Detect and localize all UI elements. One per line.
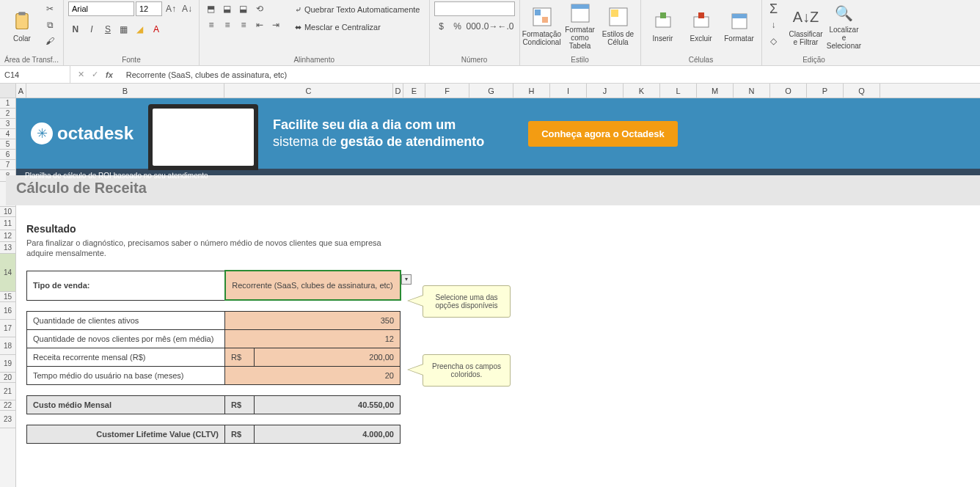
input-cell[interactable]: 12 bbox=[225, 329, 401, 348]
comma-button[interactable]: 000 bbox=[467, 19, 481, 34]
input-cell[interactable]: 20 bbox=[225, 366, 401, 384]
logo-icon: ✳ bbox=[31, 122, 53, 144]
delete-button[interactable]: Excluir bbox=[684, 1, 719, 50]
format-button[interactable]: Formatar bbox=[722, 1, 757, 50]
tipo-venda-value: Recorrente (SaaS, clubes de assinatura, … bbox=[232, 281, 393, 290]
align-right-button[interactable]: ≡ bbox=[236, 18, 251, 32]
logo: ✳ octadesk bbox=[31, 122, 134, 144]
percent-button[interactable]: % bbox=[450, 19, 465, 34]
formula-input[interactable]: Recorrente (SaaS, clubes de assinatura, … bbox=[120, 70, 980, 79]
increase-indent-button[interactable]: ⇥ bbox=[268, 18, 283, 32]
conditional-format-button[interactable]: Formatação Condicional bbox=[524, 1, 560, 50]
banner-text: Facilite seu dia a dia com um sistema de… bbox=[273, 117, 484, 151]
find-select-button[interactable]: 🔍 Localizar e Selecionar bbox=[827, 1, 862, 50]
column-header[interactable]: H bbox=[513, 84, 550, 98]
column-header[interactable]: E bbox=[403, 84, 425, 98]
row-header[interactable]: 3 bbox=[0, 119, 15, 129]
merge-center-button[interactable]: ⬌ Mesclar e Centralizar bbox=[290, 19, 425, 35]
autosum-button[interactable]: Σ bbox=[767, 1, 781, 16]
wrap-text-button[interactable]: ⤶ Quebrar Texto Automaticamente bbox=[290, 1, 425, 18]
decrease-font-button[interactable]: A↓ bbox=[180, 1, 194, 16]
column-header[interactable]: N bbox=[734, 84, 770, 98]
decrease-indent-button[interactable]: ⇤ bbox=[252, 18, 267, 32]
paste-button[interactable]: Colar bbox=[4, 1, 40, 50]
row-header[interactable]: 21 bbox=[0, 383, 15, 400]
column-header[interactable]: D bbox=[393, 84, 403, 98]
align-left-button[interactable]: ≡ bbox=[204, 18, 219, 32]
input-cell[interactable]: 200,00 bbox=[255, 348, 401, 366]
font-size-input[interactable] bbox=[136, 1, 162, 16]
column-header[interactable]: P bbox=[807, 84, 844, 98]
currency-button[interactable]: $ bbox=[434, 19, 449, 34]
cancel-formula-icon[interactable]: ✕ bbox=[78, 70, 84, 79]
column-header[interactable]: A bbox=[16, 84, 26, 98]
decrease-decimal-button[interactable]: ←.0 bbox=[499, 19, 513, 34]
cell-styles-button[interactable]: Estilos de Célula bbox=[601, 1, 636, 50]
copy-button[interactable]: ⧉ bbox=[43, 18, 57, 32]
dropdown-icon[interactable]: ▾ bbox=[401, 274, 412, 285]
bold-button[interactable]: N bbox=[68, 22, 83, 37]
select-all-corner[interactable] bbox=[0, 84, 16, 98]
fx-icon[interactable]: fx bbox=[106, 70, 113, 79]
row-header[interactable]: 23 bbox=[0, 411, 15, 428]
row-header[interactable]: 5 bbox=[0, 139, 15, 150]
cut-button[interactable]: ✂ bbox=[43, 1, 57, 16]
sort-filter-button[interactable]: A↓Z Classificar e Filtrar bbox=[789, 1, 824, 50]
column-header[interactable]: C bbox=[224, 84, 393, 98]
row-header[interactable]: 4 bbox=[0, 129, 15, 139]
font-color-button[interactable]: A bbox=[149, 22, 164, 37]
row-header[interactable]: 1 bbox=[0, 98, 15, 109]
clear-button[interactable]: ◇ bbox=[767, 34, 781, 48]
row-header[interactable]: 7 bbox=[0, 160, 15, 170]
column-header[interactable]: F bbox=[425, 84, 469, 98]
row-header[interactable]: 20 bbox=[0, 373, 15, 383]
row-header[interactable]: 19 bbox=[0, 355, 15, 373]
italic-button[interactable]: I bbox=[84, 22, 99, 37]
insert-button[interactable]: Inserir bbox=[646, 1, 681, 50]
column-header[interactable]: B bbox=[26, 84, 224, 98]
row-header[interactable]: 13 bbox=[0, 242, 15, 254]
orientation-button[interactable]: ⟲ bbox=[252, 1, 267, 16]
row-header[interactable]: 14 bbox=[0, 254, 15, 292]
row-header[interactable]: 10 bbox=[0, 207, 15, 217]
column-header[interactable]: O bbox=[770, 84, 807, 98]
align-center-button[interactable]: ≡ bbox=[220, 18, 235, 32]
border-button[interactable]: ▦ bbox=[117, 22, 131, 37]
cta-button[interactable]: Conheça agora o Octadesk bbox=[528, 121, 678, 147]
increase-decimal-button[interactable]: .0→ bbox=[483, 19, 497, 34]
row-header[interactable]: 22 bbox=[0, 400, 15, 411]
column-header[interactable]: Q bbox=[844, 84, 880, 98]
align-middle-button[interactable]: ⬓ bbox=[220, 1, 235, 16]
column-header[interactable]: L bbox=[660, 84, 697, 98]
accept-formula-icon[interactable]: ✓ bbox=[92, 70, 98, 79]
result-value: 4.000,00 bbox=[255, 425, 401, 443]
row-header[interactable]: 12 bbox=[0, 230, 15, 242]
tipo-venda-cell[interactable]: Recorrente (SaaS, clubes de assinatura, … bbox=[225, 271, 401, 300]
fill-color-button[interactable]: ◢ bbox=[133, 22, 147, 37]
underline-button[interactable]: S bbox=[100, 22, 115, 37]
banner-line1: Facilite seu dia a dia com um bbox=[273, 117, 456, 132]
column-header[interactable]: I bbox=[550, 84, 587, 98]
column-header[interactable]: M bbox=[697, 84, 734, 98]
row-header[interactable]: 15 bbox=[0, 292, 15, 302]
row-header[interactable]: 11 bbox=[0, 217, 15, 230]
page-title: Cálculo de Receita bbox=[6, 175, 980, 205]
ribbon: Colar ✂ ⧉ 🖌 Área de Transf... A↑ A↓ N I … bbox=[0, 0, 980, 66]
font-name-input[interactable] bbox=[68, 1, 134, 16]
column-header[interactable]: K bbox=[624, 84, 660, 98]
row-header[interactable]: 18 bbox=[0, 337, 15, 355]
increase-font-button[interactable]: A↑ bbox=[164, 1, 178, 16]
column-header[interactable]: G bbox=[469, 84, 513, 98]
row-header[interactable]: 6 bbox=[0, 150, 15, 160]
row-header[interactable]: 16 bbox=[0, 302, 15, 320]
row-header[interactable]: 17 bbox=[0, 320, 15, 337]
format-table-button[interactable]: Formatar como Tabela bbox=[563, 1, 598, 50]
align-top-button[interactable]: ⬒ bbox=[204, 1, 219, 16]
align-bottom-button[interactable]: ⬓ bbox=[236, 1, 251, 16]
fill-button[interactable]: ↓ bbox=[767, 18, 781, 32]
input-cell[interactable]: 350 bbox=[225, 311, 401, 329]
row-header[interactable]: 2 bbox=[0, 109, 15, 119]
column-header[interactable]: J bbox=[587, 84, 624, 98]
name-box[interactable]: C14 bbox=[0, 66, 70, 83]
format-painter-button[interactable]: 🖌 bbox=[43, 34, 57, 48]
